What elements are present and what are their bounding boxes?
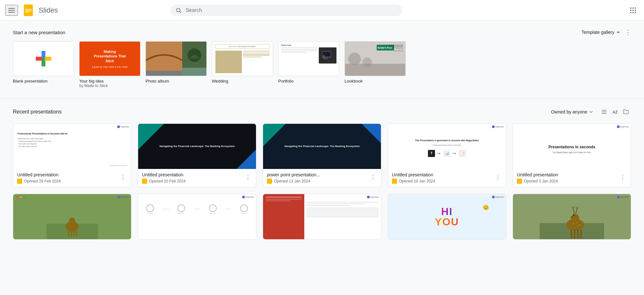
ms-badge-b2: MagicSlides <box>242 196 254 198</box>
pres3-text-wrapper: Navigating the Financial Landscape: The … <box>263 124 381 169</box>
pres2-text-wrapper: Navigating the Financial Landscape: The … <box>138 124 256 169</box>
svg-rect-66 <box>580 230 582 239</box>
presentation-card-b5[interactable]: MagicSlides <box>513 194 631 240</box>
template-lookbook-label: Lookbook <box>345 79 406 84</box>
magic-slides-badge-4: MagicSlides <box>492 125 504 128</box>
hamburger-menu-button[interactable] <box>5 5 18 16</box>
ms-logo-b3 <box>367 196 370 198</box>
circle-item-1 <box>146 204 154 214</box>
template-blank-label: Blank presentation <box>13 79 74 84</box>
circle-dash-3 <box>225 209 232 209</box>
svg-point-33 <box>348 53 361 65</box>
pres5-opened: Opened 3 Jan 2024 <box>517 179 619 184</box>
wedding-thumbnail: Join us for a full weekend of activities… <box>212 41 273 76</box>
you-text: YOU <box>435 217 459 227</box>
pres5-content: MagicSlides Presentations in seconds Try… <box>513 124 631 169</box>
pres4-content: MagicSlides This Presentation is generat… <box>388 124 506 169</box>
sort-az-button[interactable]: AZ <box>611 106 620 117</box>
svg-rect-32 <box>345 64 405 76</box>
pres4-arrow-icon <box>437 152 441 155</box>
template-photo-album[interactable]: Photo album <box>146 41 207 88</box>
bridge-svg <box>146 42 182 76</box>
pres1-thumbnail: MagicSlides Professional Presentations i… <box>13 124 131 169</box>
circle-1 <box>146 204 154 212</box>
presb4-content: MagicSlides HI YOU 😊 <box>388 194 506 239</box>
header-right <box>627 5 639 16</box>
main-box <box>307 208 378 217</box>
svg-point-8 <box>632 7 634 9</box>
template-portfolio-label: Portfolio <box>278 79 339 84</box>
slides-icon-5 <box>517 179 522 184</box>
pres2-more-button[interactable]: ⋮ <box>244 172 252 182</box>
circle-line-3 <box>210 213 216 214</box>
pres1-opened-text: Opened 29 Feb 2024 <box>24 179 61 183</box>
presb5-content: MagicSlides <box>513 194 631 239</box>
presentation-card-b3[interactable]: MagicSlides <box>263 194 381 240</box>
presb2-thumbnail: MagicSlides <box>138 194 256 239</box>
presentation-card-5[interactable]: MagicSlides Presentations in seconds Try… <box>513 123 631 187</box>
svg-point-44 <box>69 218 75 225</box>
presentation-card-4[interactable]: MagicSlides This Presentation is generat… <box>388 123 506 187</box>
more-options-button[interactable]: ⋮ <box>625 28 631 36</box>
template-wedding[interactable]: Join us for a full weekend of activities… <box>212 41 273 88</box>
presentation-card-1[interactable]: MagicSlides Professional Presentations i… <box>13 123 131 187</box>
google-apps-button[interactable] <box>627 5 639 16</box>
svg-rect-19 <box>42 51 45 57</box>
hamburger-line3 <box>8 12 15 13</box>
lb-line1: Lookbook Surf Cap <box>389 44 403 46</box>
template-portfolio[interactable]: Project name <box>278 41 339 88</box>
pres2-content: Navigating the Financial Landscape: The … <box>138 124 256 169</box>
presentations-bottom-row: MagicSlides <box>13 194 631 240</box>
google-plus-icon <box>34 50 52 68</box>
pres4-opened: Opened 10 Jan 2024 <box>392 179 494 184</box>
pa-img-bottom <box>182 68 206 76</box>
wedding-col-right <box>243 51 270 73</box>
owned-by-button[interactable]: Owned by anyone <box>551 109 594 114</box>
header: Slides <box>0 0 644 21</box>
pres5-meta: Untitled presentation Opened 3 Jan 2024 <box>517 172 619 184</box>
presentation-card-b2[interactable]: MagicSlides <box>138 194 256 240</box>
new-section-title: Start a new presentation <box>13 30 65 35</box>
svg-rect-47 <box>71 230 72 237</box>
templates-row: Blank presentation MakingPresentations T… <box>13 41 631 88</box>
template-blank[interactable]: Blank presentation <box>13 41 74 88</box>
folder-view-button[interactable] <box>621 106 631 117</box>
pres4-info: Untitled presentation Opened 10 Jan 2024… <box>388 169 506 187</box>
presentation-card-b4[interactable]: MagicSlides HI YOU 😊 <box>388 194 506 240</box>
magic-slides-badge-1: MagicSlides <box>117 125 129 128</box>
presentation-card-b1[interactable]: MagicSlides <box>13 194 131 240</box>
pres3-more-button[interactable]: ⋮ <box>369 172 377 182</box>
app-name: Slides <box>39 6 58 15</box>
pres1-footer: MagicSlides.app Slides 1 <box>110 164 128 166</box>
svg-rect-26 <box>182 68 206 76</box>
pres3-opened-text: Opened 13 Jan 2024 <box>274 179 310 183</box>
sb-line3 <box>266 201 291 201</box>
svg-point-56 <box>573 214 574 216</box>
pres4-subtitle: Create presentations with our tool today <box>433 144 461 146</box>
pres1-more-button[interactable]: ⋮ <box>119 172 127 182</box>
svg-point-67 <box>573 223 574 224</box>
svg-point-53 <box>571 214 579 223</box>
ms-logo-1 <box>117 125 120 128</box>
slides-icon-4 <box>392 179 397 184</box>
search-input[interactable] <box>185 7 397 13</box>
svg-point-34 <box>363 57 372 67</box>
template-lookbook[interactable]: ROME'S PICK Lookbook Surf Cap Header tex… <box>345 41 406 88</box>
presb4-hiyo: HI YOU <box>435 206 459 227</box>
pres2-thumbnail: Navigating the Financial Landscape: The … <box>138 124 256 169</box>
presentations-top-row: MagicSlides Professional Presentations i… <box>13 123 631 187</box>
pres1-title-text: Professional Presentations in Seconds wi… <box>18 132 127 135</box>
ms-logo-b1 <box>117 196 120 198</box>
svg-rect-4 <box>25 12 30 12</box>
pl4 <box>281 52 307 53</box>
template-big-idea[interactable]: MakingPresentations ThatStick A guide by… <box>79 41 140 88</box>
list-view-button[interactable] <box>599 106 609 117</box>
ms-badge-b3: MagicSlides <box>367 196 379 198</box>
presb2-content: MagicSlides <box>138 194 256 239</box>
presentation-card-2[interactable]: Navigating the Financial Landscape: The … <box>138 123 256 187</box>
svg-point-15 <box>635 12 636 13</box>
template-gallery-button[interactable]: Template gallery <box>582 30 621 35</box>
presentation-card-3[interactable]: Navigating the Financial Landscape: The … <box>263 123 381 187</box>
pres5-more-button[interactable]: ⋮ <box>619 172 627 182</box>
pres4-more-button[interactable]: ⋮ <box>494 172 502 182</box>
